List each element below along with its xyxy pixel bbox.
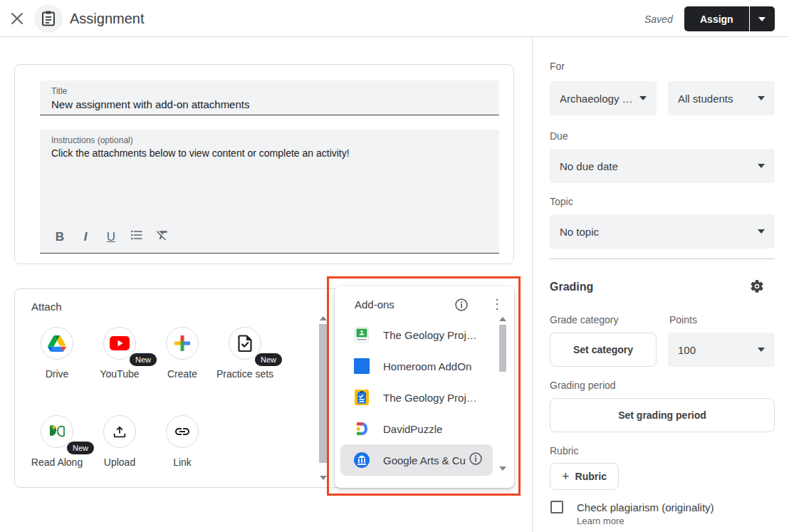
addons-popup: Add-ons ⋮ The Geology Proj… [335, 286, 514, 488]
attach-upload-label: Upload [88, 455, 152, 469]
plagiarism-checkbox[interactable] [550, 501, 563, 513]
practice-sets-icon [237, 335, 253, 352]
topic-label: Topic [550, 196, 573, 207]
plagiarism-label: Check plagiarism (originality) [577, 501, 714, 513]
info-icon [469, 452, 483, 466]
chevron-down-icon [758, 17, 766, 21]
youtube-new-badge: New [130, 353, 157, 366]
class-select[interactable]: Archaeology … [550, 81, 657, 115]
drive-icon [48, 335, 66, 352]
attach-create-button[interactable] [166, 327, 199, 360]
topic-select-value: No topic [560, 226, 752, 238]
topic-select[interactable]: No topic [550, 214, 775, 249]
attach-youtube-label: YouTube [88, 367, 152, 381]
addon-label: The Geology Proj… [383, 392, 476, 404]
close-button[interactable] [10, 11, 24, 26]
attach-label: Attach [31, 301, 62, 313]
class-select-value: Archaeology … [560, 93, 634, 105]
grading-settings-button[interactable] [749, 278, 765, 297]
read-along-icon [48, 423, 66, 440]
attach-drive-button[interactable] [41, 327, 73, 360]
arts-culture-addon-icon [353, 452, 370, 469]
youtube-icon [110, 336, 130, 350]
read-along-new-badge: New [67, 442, 94, 454]
rubric-label: Rubric [550, 445, 578, 457]
set-grading-period-button[interactable]: Set grading period [550, 398, 775, 432]
addon-item-homeroom[interactable]: Homeroom AddOn [340, 350, 493, 382]
addons-info-button[interactable] [454, 298, 469, 315]
upload-icon [112, 424, 127, 439]
attach-practice-sets-label: Practice sets [213, 367, 277, 381]
attach-upload-button[interactable] [103, 415, 136, 448]
sidebar-divider [532, 37, 533, 532]
points-select[interactable]: 100 [668, 333, 775, 367]
attach-link-button[interactable] [166, 415, 199, 448]
clear-formatting-button[interactable] [154, 228, 171, 246]
instructions-field[interactable]: Instructions (optional) Click the attach… [40, 130, 499, 254]
plus-icon: + [562, 469, 570, 484]
addon-item-arts-culture[interactable]: Google Arts & Cu [340, 444, 493, 476]
scroll-up-icon [499, 317, 506, 321]
scroll-down-icon [320, 476, 327, 480]
italic-button[interactable]: I [77, 230, 94, 244]
grade-category-label: Grade category [550, 314, 619, 325]
addon-label: Homeroom AddOn [383, 360, 471, 372]
section-divider [550, 259, 775, 259]
title-field[interactable]: Title New assignment with add-on attachm… [40, 80, 499, 115]
chevron-down-icon [758, 229, 765, 234]
chevron-down-icon [758, 348, 765, 352]
page-title: Assignment [70, 11, 145, 27]
attach-drive-label: Drive [25, 367, 89, 381]
assign-dropdown-button[interactable] [750, 6, 775, 31]
due-label: Due [550, 130, 568, 142]
addon-item-geology-1[interactable]: The Geology Proj… [340, 319, 493, 350]
assignment-clipboard-icon [41, 11, 56, 26]
addons-more-button[interactable]: ⋮ [491, 296, 503, 312]
add-rubric-button[interactable]: + Rubric [550, 463, 619, 490]
scroll-up-icon [320, 316, 327, 320]
title-field-label: Title [51, 86, 488, 96]
chevron-down-icon [639, 96, 647, 100]
attach-scrollbar-thumb[interactable] [319, 324, 328, 463]
addons-scrollbar[interactable] [498, 315, 508, 475]
attach-scrollbar[interactable] [318, 315, 328, 483]
students-select-value: All students [678, 93, 752, 105]
due-date-select[interactable]: No due date [550, 149, 775, 183]
bulleted-list-button[interactable] [128, 228, 145, 246]
addon-label: DavidPuzzle [383, 423, 442, 435]
set-category-button[interactable]: Set category [550, 333, 657, 367]
addon-label: The Geology Proj… [383, 329, 476, 341]
classroom-addon-icon [353, 326, 370, 343]
clear-formatting-icon [155, 228, 169, 242]
add-rubric-label: Rubric [575, 471, 607, 482]
addons-scrollbar-thumb[interactable] [499, 325, 506, 372]
attach-create-label: Create [150, 367, 214, 381]
bold-button[interactable]: B [51, 230, 68, 244]
chevron-down-icon [758, 96, 765, 100]
assignment-form-card: Title New assignment with add-on attachm… [14, 64, 514, 264]
assign-button[interactable]: Assign [684, 6, 750, 31]
addon-item-geology-2[interactable]: The Geology Proj… [340, 382, 493, 413]
link-icon [174, 423, 191, 440]
info-icon [454, 298, 469, 312]
title-field-value: New assignment with add-on attachments [51, 98, 488, 110]
addon-label: Google Arts & Cu [383, 454, 466, 466]
students-select[interactable]: All students [668, 81, 775, 115]
grading-period-label: Grading period [550, 380, 616, 391]
attach-link-label: Link [150, 455, 214, 469]
homeroom-addon-icon [353, 358, 370, 375]
addon-info-button[interactable] [469, 452, 483, 469]
scroll-down-icon [499, 466, 506, 471]
points-label: Points [669, 314, 697, 325]
addon-item-davidpuzzle[interactable]: DavidPuzzle [340, 413, 493, 444]
learn-more-link[interactable]: Learn more [577, 516, 624, 526]
underline-button[interactable]: U [103, 230, 120, 244]
create-plus-icon [174, 335, 191, 352]
due-date-value: No due date [560, 160, 752, 172]
points-value: 100 [678, 344, 752, 356]
grading-title: Grading [550, 281, 593, 293]
for-label: For [550, 61, 565, 72]
practice-sets-new-badge: New [255, 353, 282, 366]
chevron-down-icon [758, 164, 765, 168]
addons-title: Add-ons [355, 298, 394, 311]
